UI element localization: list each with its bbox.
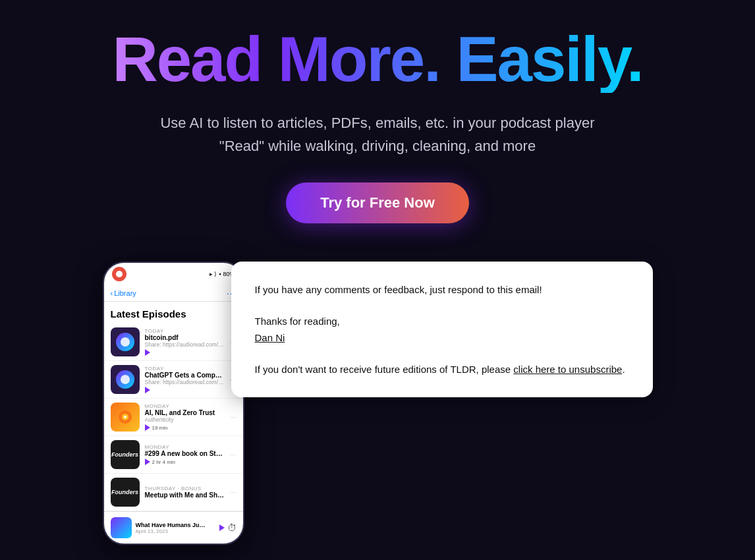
episode-item[interactable]: Founders THURSDAY · BONUS Meetup with Me… (104, 474, 243, 511)
play-duration: 19 min (152, 425, 168, 431)
phone-bottom-bar: What Have Humans Just Unl... April 13, 2… (104, 511, 243, 544)
play-button[interactable]: 2 hr 4 min (145, 459, 225, 465)
episode-share: Share: https://audioread.com/shar... (145, 379, 225, 385)
back-button[interactable]: ‹ Library (111, 289, 136, 297)
thumb-icon-inner (121, 337, 130, 347)
episode-thumbnail (111, 365, 140, 394)
unsubscribe-link-text: click here to unsubscribe (513, 364, 622, 375)
phone-mockup: ▸ ⟩ ▪ 80% ‹ Library ··· Latest Episodes (103, 262, 244, 545)
episode-title: ChatGPT Gets a Computer (145, 372, 225, 379)
unsubscribe-link[interactable]: click here to unsubscribe (513, 364, 622, 375)
play-triangle-icon (145, 459, 150, 465)
bottom-date: April 13, 2023 (136, 528, 215, 534)
episode-date: MONDAY (145, 444, 225, 450)
email-unsubscribe-para: If you don't want to receive future edit… (255, 361, 629, 378)
library-label: Library (114, 289, 136, 297)
play-triangle-icon (145, 424, 150, 431)
play-duration: 2 hr 4 min (152, 459, 176, 465)
founders-label-2: Founders (111, 489, 138, 495)
episode-item[interactable]: TODAY ChatGPT Gets a Computer Share: htt… (104, 361, 243, 399)
episode-more-dots[interactable]: ··· (229, 450, 236, 459)
episode-more-dots[interactable]: ··· (229, 488, 236, 497)
thumb-icon (116, 370, 134, 389)
episode-authenticity: Authenticity (145, 416, 225, 423)
episode-date: MONDAY (145, 403, 225, 409)
episode-thumbnail: Founders (111, 478, 140, 507)
wifi-icon: ▸ ⟩ (210, 271, 217, 277)
subtitle-line2: "Read" while walking, driving, cleaning,… (219, 138, 536, 154)
email-panel: If you have any comments or feedback, ju… (231, 262, 653, 397)
episode-title: bitcoin.pdf (145, 334, 225, 341)
podcast-icon (117, 409, 133, 425)
episode-info: MONDAY #299 A new book on Steve Jobs! Ma… (145, 444, 225, 465)
episode-info: THURSDAY · BONUS Meetup with Me and Shan… (145, 486, 225, 499)
bottom-play-icon[interactable] (219, 524, 225, 531)
episode-date: THURSDAY · BONUS (145, 486, 225, 491)
play-triangle-icon (145, 349, 150, 356)
email-thanks-text: Thanks for reading, (255, 316, 340, 327)
status-left (112, 267, 126, 281)
play-button[interactable] (145, 349, 225, 356)
play-triangle-icon (145, 387, 150, 393)
hero-title: Read More. Easily. (112, 26, 642, 93)
email-feedback-para: If you have any comments or feedback, ju… (255, 281, 629, 298)
page-wrapper: Read More. Easily. Use AI to listen to a… (0, 0, 755, 560)
chevron-left-icon: ‹ (111, 289, 113, 297)
bottom-thumb-img (111, 517, 132, 538)
subtitle-line1: Use AI to listen to articles, PDFs, emai… (160, 115, 594, 131)
episode-title: #299 A new book on Steve Jobs! Make Some… (145, 450, 225, 457)
episode-info: TODAY ChatGPT Gets a Computer Share: htt… (145, 366, 225, 393)
episode-info: MONDAY AI, NIL, and Zero Trust Authentic… (145, 403, 225, 431)
bottom-info: What Have Humans Just Unl... April 13, 2… (136, 522, 215, 534)
founders-label: Founders (111, 451, 138, 458)
app-icon-inner (116, 271, 123, 277)
svg-point-2 (124, 416, 126, 418)
episode-title: Meetup with Me and Shane Parrish of The … (145, 491, 225, 499)
cta-button[interactable]: Try for Free Now (286, 182, 469, 223)
email-author: Dan Ni (255, 332, 285, 343)
episode-more-dots[interactable]: ··· (229, 412, 236, 422)
thumb-icon (116, 333, 134, 351)
episode-title: AI, NIL, and Zero Trust (145, 409, 225, 416)
email-feedback-text: If you have any comments or feedback, ju… (255, 284, 542, 295)
email-unsubscribe-text: If you don't want to receive future edit… (255, 364, 511, 375)
bottom-clock-icon: ⏱ (227, 522, 237, 533)
episode-item[interactable]: Founders MONDAY #299 A new book on Steve… (104, 436, 243, 474)
episode-date: TODAY (145, 366, 225, 372)
play-button[interactable]: 19 min (145, 424, 225, 431)
bottom-controls: ⏱ (219, 522, 237, 533)
bottom-thumb (111, 517, 132, 538)
episode-item[interactable]: MONDAY AI, NIL, and Zero Trust Authentic… (104, 399, 243, 436)
screenshots-row: ▸ ⟩ ▪ 80% ‹ Library ··· Latest Episodes (0, 255, 755, 545)
latest-episodes-title: Latest Episodes (104, 302, 243, 323)
play-button[interactable] (145, 387, 225, 393)
episode-thumbnail (111, 327, 140, 356)
bottom-title: What Have Humans Just Unl... (136, 522, 208, 528)
unsubscribe-end: . (622, 364, 625, 375)
app-icon (112, 267, 126, 281)
phone-status-bar: ▸ ⟩ ▪ 80% (104, 263, 243, 285)
thumb-icon-inner (121, 375, 130, 384)
battery-icon: ▪ (219, 271, 221, 277)
email-thanks-para: Thanks for reading, Dan Ni (255, 313, 629, 347)
episode-thumbnail: Founders (111, 440, 140, 469)
episode-date: TODAY (145, 328, 225, 334)
episode-item[interactable]: TODAY bitcoin.pdf Share: https://audiore… (104, 323, 243, 361)
hero-subtitle: Use AI to listen to articles, PDFs, emai… (160, 111, 594, 157)
episode-thumbnail (111, 403, 140, 432)
episode-info: TODAY bitcoin.pdf Share: https://audiore… (145, 328, 225, 356)
phone-nav: ‹ Library ··· (104, 285, 243, 302)
episode-share: Share: https://audioread.com/shar... (145, 341, 225, 348)
